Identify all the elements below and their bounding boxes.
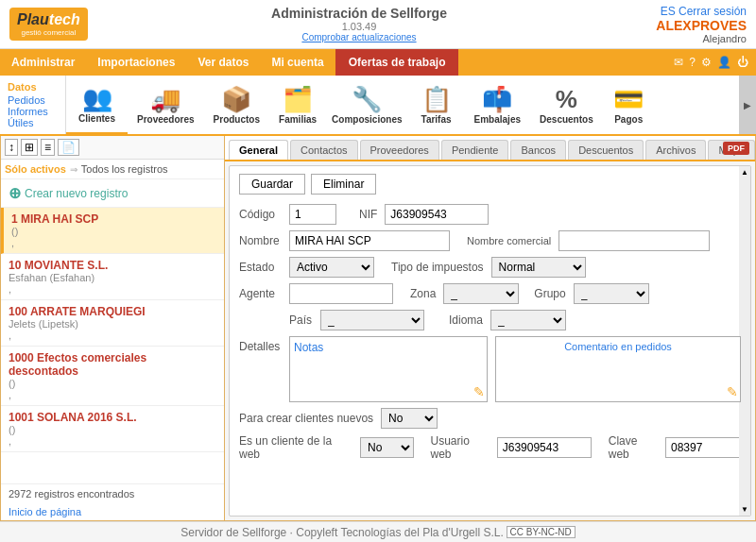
list-item[interactable]: 1000 Efectos comerciales descontados () … [1, 347, 224, 406]
detalles-label: Detalles [239, 336, 282, 353]
nav-administrar[interactable]: Administrar [0, 49, 86, 76]
es-cliente-row: Es un cliente de la web No Sí Usuario we… [239, 434, 741, 461]
nav-icon-settings[interactable]: ⚙ [701, 56, 712, 69]
toolbar-item-tarifas[interactable]: 📋 Tarifas [408, 76, 465, 135]
codigo-input[interactable] [289, 204, 336, 225]
comentario-link[interactable]: Comentario en pedidos [496, 337, 740, 356]
list-item[interactable]: 1 MIRA HAI SCP () , [1, 208, 224, 254]
utiles-link[interactable]: Útiles [8, 117, 58, 128]
tab-contactos[interactable]: Contactos [290, 140, 358, 160]
toolbar-arrow[interactable]: ▶ [739, 76, 756, 135]
nombre-input[interactable] [289, 230, 450, 251]
comment-edit-icon[interactable]: ✎ [727, 384, 738, 399]
nombre-comercial-input[interactable] [558, 230, 710, 251]
es-cliente-select[interactable]: No Sí [360, 437, 414, 458]
navbar: Administrar Importaciones Ver datos Mi c… [0, 49, 756, 76]
tarifas-icon: 📋 [421, 85, 452, 114]
toolbar-item-productos[interactable]: 📦 Productos [204, 76, 269, 135]
zona-select[interactable]: _ [443, 283, 519, 304]
agente-input[interactable] [289, 283, 393, 304]
familias-icon: 🗂️ [283, 85, 313, 114]
page-link[interactable]: Inicio de página [1, 503, 224, 520]
session-link[interactable]: ES Cerrar sesión [661, 5, 747, 18]
list-item[interactable]: 10 MOVIANTE S.L. Esfahan (Esfahan) , [1, 254, 224, 300]
tab-pendiente[interactable]: Pendiente [441, 140, 509, 160]
toolbar-item-proveedores[interactable]: 🚚 Proveedores [128, 76, 204, 135]
nav-ver-datos[interactable]: Ver datos [186, 49, 260, 76]
right-panel: General Contactos Proveedores Pendiente … [225, 136, 756, 521]
main-area: ↕ ⊞ ≡ 📄 Sólo activos ⇒ Todos los registr… [0, 136, 756, 521]
list-item-name: 1000 Efectos comerciales descontados [9, 351, 216, 378]
idioma-select[interactable]: _ [490, 310, 566, 330]
nif-input[interactable] [385, 204, 489, 225]
familias-label: Familias [279, 114, 317, 125]
notas-link[interactable]: Notas [290, 337, 487, 358]
app-title-area: Administración de Sellforge 1.03.49 Comp… [113, 6, 605, 42]
para-crear-row: Para crear clientes nuevos No Sí [239, 408, 741, 429]
notes-edit-icon[interactable]: ✎ [473, 384, 485, 399]
clave-web-label: Clave web [609, 434, 658, 461]
nav-icon-mail[interactable]: ✉ [674, 56, 683, 69]
pedidos-link[interactable]: Pedidos [8, 94, 58, 106]
toolbar-item-composiciones[interactable]: 🔧 Composiciones [326, 76, 407, 135]
toolbar-item-clientes[interactable]: 👥 Clientes [66, 76, 128, 135]
list-icon-4[interactable]: 📄 [58, 139, 79, 156]
list-item[interactable]: 1001 SOLANA 2016 S.L. () , [1, 406, 224, 452]
toolbar-item-pagos[interactable]: 💳 Pagos [603, 76, 655, 135]
save-button[interactable]: Guardar [239, 174, 305, 195]
tab-archivos[interactable]: Archivos [645, 140, 706, 160]
logo-area: Plautech gestió comercial [9, 8, 113, 41]
embalajes-label: Embalajes [474, 114, 521, 125]
toolbar-item-familias[interactable]: 🗂️ Familias [269, 76, 326, 135]
tab-general[interactable]: General [229, 140, 288, 160]
nav-importaciones[interactable]: Importaciones [86, 49, 186, 76]
nav-ofertas[interactable]: Ofertas de trabajo [335, 49, 459, 76]
list-item-name: 10 MOVIANTE S.L. [9, 259, 216, 272]
para-crear-select[interactable]: No Sí [381, 408, 438, 429]
footer: Servidor de Sellforge · Copyleft Tecnolo… [0, 521, 756, 542]
form-area: ▲ ▼ Guardar Eliminar Código NIF Nombre N… [229, 165, 751, 517]
user-sub: Alejandro [605, 33, 747, 44]
list-icon-2[interactable]: ⊞ [21, 139, 38, 156]
pdf-button[interactable]: PDF [723, 142, 749, 155]
estado-select[interactable]: Activo [289, 257, 374, 278]
nav-icon-user[interactable]: 👤 [717, 56, 731, 69]
usuario-web-input[interactable] [497, 437, 592, 458]
composiciones-label: Composiciones [332, 114, 402, 125]
clave-web-input[interactable] [665, 437, 741, 458]
tab-proveedores[interactable]: Proveedores [360, 140, 439, 160]
filter-active-link[interactable]: Sólo activos [5, 163, 66, 175]
nav-mi-cuenta[interactable]: Mi cuenta [260, 49, 335, 76]
list-icon-1[interactable]: ↕ [5, 139, 18, 156]
embalajes-icon: 📫 [482, 85, 512, 114]
toolbar-item-descuentos[interactable]: % Descuentos [530, 76, 603, 135]
scroll-up-icon[interactable]: ▲ [741, 168, 748, 177]
nif-label: NIF [359, 208, 377, 221]
productos-label: Productos [214, 114, 260, 125]
tipo-imp-select[interactable]: Normal [491, 257, 586, 278]
delete-button[interactable]: Eliminar [311, 174, 376, 195]
pais-select[interactable]: _ [320, 310, 424, 330]
comment-box: Comentario en pedidos ✎ [495, 336, 741, 402]
nav-icon-power[interactable]: ⏻ [737, 56, 748, 69]
agente-label: Agente [239, 287, 282, 300]
filter-all-link[interactable]: Todos los registros [81, 163, 168, 175]
tipo-imp-label: Tipo de impuestos [391, 261, 484, 274]
toolbar-item-embalajes[interactable]: 📫 Embalajes [465, 76, 530, 135]
nav-icon-help[interactable]: ? [689, 56, 696, 69]
usuario-web-label: Usuario web [431, 434, 490, 461]
tab-bancos[interactable]: Bancos [510, 140, 566, 160]
app-update-link[interactable]: Comprobar actualizaciones [113, 32, 605, 42]
create-new-btn[interactable]: ⊕ Crear nuevo registro [1, 179, 224, 208]
datos-label: Datos [8, 81, 58, 93]
user-area: ES Cerrar sesión ALEXPROVES Alejandro [605, 5, 747, 44]
list-item-sub1: () [9, 424, 216, 435]
tab-descuentos[interactable]: Descuentos [568, 140, 644, 160]
header: Plautech gestió comercial Administración… [0, 0, 756, 49]
app-title: Administración de Sellforge [113, 6, 605, 21]
grupo-select[interactable]: _ [574, 283, 649, 304]
list-icon-3[interactable]: ≡ [41, 139, 55, 156]
informes-link[interactable]: Informes [8, 106, 58, 117]
list-item[interactable]: 100 ARRATE MARQUIEGI Jelets (Lipetsk) , [1, 300, 224, 347]
scroll-down-icon[interactable]: ▼ [741, 505, 748, 514]
